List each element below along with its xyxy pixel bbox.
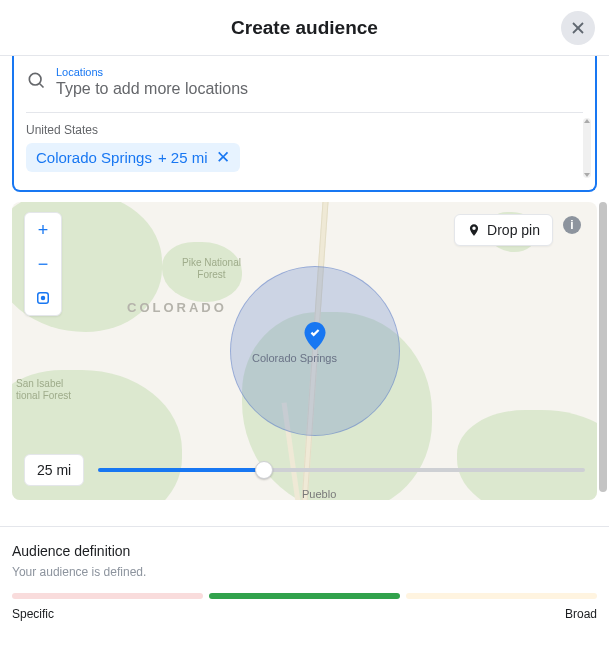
pin-icon bbox=[467, 223, 481, 237]
radius-value: 25 mi bbox=[24, 454, 84, 486]
audience-title: Audience definition bbox=[12, 543, 597, 559]
locations-input[interactable] bbox=[56, 80, 583, 98]
locate-me-button[interactable] bbox=[25, 281, 61, 315]
zoom-out-button[interactable]: − bbox=[25, 247, 61, 281]
chip-radius: + 25 mi bbox=[158, 149, 208, 166]
map-label-pike: Pike National Forest bbox=[182, 257, 241, 281]
chip-remove-icon[interactable]: ✕ bbox=[216, 149, 230, 166]
page-scrollbar[interactable] bbox=[599, 202, 607, 492]
map-label-sanisabel: San Isabel tional Forest bbox=[16, 378, 71, 402]
map-pin-icon[interactable] bbox=[304, 322, 326, 350]
map-zoom-controls: + − bbox=[24, 212, 62, 316]
dialog-header: Create audience bbox=[0, 0, 609, 56]
meter-label-broad: Broad bbox=[565, 607, 597, 621]
locations-panel: Locations United States Colorado Springs… bbox=[12, 56, 597, 192]
country-label: United States bbox=[26, 123, 583, 137]
radius-circle bbox=[230, 266, 400, 436]
audience-subtitle: Your audience is defined. bbox=[12, 565, 597, 579]
locations-field-label: Locations bbox=[56, 66, 583, 78]
map-container[interactable]: Pike National Forest COLORADO San Isabel… bbox=[12, 202, 597, 500]
map-label-pueblo: Pueblo bbox=[302, 488, 336, 500]
svg-point-5 bbox=[41, 296, 46, 301]
radius-slider-row: 25 mi bbox=[24, 454, 585, 486]
close-button[interactable] bbox=[561, 11, 595, 45]
dialog-title: Create audience bbox=[231, 17, 378, 39]
map-label-state: COLORADO bbox=[127, 300, 227, 315]
search-icon bbox=[26, 70, 46, 94]
meter-label-specific: Specific bbox=[12, 607, 54, 621]
audience-meter bbox=[12, 593, 597, 599]
svg-line-3 bbox=[40, 84, 44, 88]
location-chip[interactable]: Colorado Springs + 25 mi ✕ bbox=[26, 143, 240, 172]
slider-thumb[interactable] bbox=[255, 461, 273, 479]
info-icon[interactable]: i bbox=[563, 216, 581, 234]
drop-pin-label: Drop pin bbox=[487, 222, 540, 238]
zoom-in-button[interactable]: + bbox=[25, 213, 61, 247]
radius-slider[interactable] bbox=[98, 461, 585, 479]
locate-icon bbox=[34, 289, 52, 307]
panel-scrollbar[interactable] bbox=[583, 118, 591, 178]
drop-pin-button[interactable]: Drop pin bbox=[454, 214, 553, 246]
close-icon bbox=[568, 18, 588, 38]
svg-point-2 bbox=[29, 73, 41, 85]
divider bbox=[26, 112, 583, 113]
audience-definition-section: Audience definition Your audience is def… bbox=[0, 526, 609, 621]
chip-city: Colorado Springs bbox=[36, 149, 152, 166]
